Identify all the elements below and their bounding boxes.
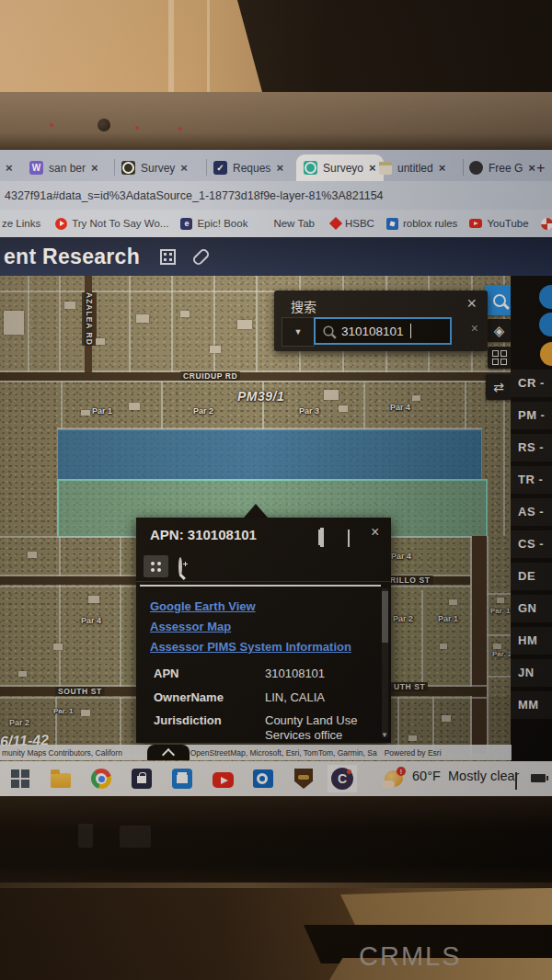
layer-code-hm[interactable]: HM: [511, 627, 552, 655]
popup-divider: [136, 581, 391, 582]
collapse-tab-button[interactable]: [147, 745, 190, 760]
legend-button[interactable]: [488, 347, 512, 369]
door-frame-line: [207, 0, 210, 92]
youtube-button[interactable]: [212, 768, 234, 790]
search-source-dropdown[interactable]: ▼: [282, 317, 315, 347]
ring-icon: [122, 162, 134, 174]
layer-code-de[interactable]: DE: [511, 563, 552, 590]
search-input[interactable]: 310108101: [314, 317, 452, 345]
link-icon[interactable]: [191, 246, 211, 266]
layer-code-gn[interactable]: GN: [511, 595, 552, 622]
map-building: [493, 644, 501, 649]
tab-favicon-check: ✓: [213, 161, 227, 175]
layer-code-label: RS -: [518, 440, 544, 454]
bookmark-roblox[interactable]: roblox rules: [386, 218, 457, 230]
layer-code-tr[interactable]: TR -: [511, 466, 552, 494]
tab-favicon-ring: [121, 161, 135, 175]
layer-code-label: AS -: [518, 505, 544, 518]
layer-code-pm[interactable]: PM -: [511, 402, 552, 429]
popup-scrollbar-thumb[interactable]: [382, 591, 388, 643]
layer-code-rs[interactable]: RS -: [511, 434, 552, 462]
close-icon[interactable]: ×: [91, 161, 98, 175]
store-window-icon: [172, 769, 192, 789]
parcel-label: Par 2: [193, 406, 213, 416]
new-tab-button[interactable]: +: [536, 154, 545, 181]
tab-san-ber[interactable]: W san ber ×: [29, 154, 98, 181]
bookmark-ze-links[interactable]: ze Links: [2, 218, 40, 229]
store-blue-button[interactable]: [171, 768, 193, 790]
tab-separator: [463, 159, 464, 176]
bookmark-epic[interactable]: eEpic! Book: [180, 218, 247, 230]
bookmark-540[interactable]: 540-548 S Sta: [541, 218, 552, 230]
weather-temperature[interactable]: 60°F: [412, 769, 441, 783]
dock-icon[interactable]: [320, 530, 324, 546]
link-assessor-pims[interactable]: Assessor PIMS System Information: [150, 640, 351, 654]
zoom-to-button[interactable]: [178, 559, 182, 575]
outlook-button[interactable]: [252, 768, 274, 790]
map-building: [237, 320, 252, 329]
battery-tray-icon[interactable]: [531, 774, 546, 782]
tab-free-g[interactable]: Free G ×: [469, 154, 535, 181]
c-app-icon: C: [331, 768, 353, 790]
tab-survey[interactable]: Survey ×: [121, 154, 188, 181]
field-label-owner: OwnerName: [154, 690, 224, 704]
collapse-icon[interactable]: [348, 531, 350, 548]
start-button[interactable]: [9, 768, 31, 790]
parcel-line: [363, 382, 365, 429]
clear-search-icon[interactable]: ×: [471, 321, 478, 336]
tab-label: Reques: [233, 162, 270, 175]
layers-button[interactable]: ◈: [487, 319, 512, 342]
crmls-watermark: CRMLS: [359, 941, 462, 972]
bookmark-try-not[interactable]: Try Not To Say Wo...: [55, 218, 168, 230]
bookmark-hsbc[interactable]: HSBC: [331, 218, 374, 229]
tab-untitled[interactable]: untitled ×: [379, 154, 445, 181]
qr-code-icon[interactable]: [160, 249, 176, 265]
address-bar[interactable]: 4327f91a#data_s=id%3AdataSource_1-18773d…: [0, 181, 552, 210]
close-icon[interactable]: ×: [371, 524, 379, 541]
close-icon[interactable]: ×: [6, 161, 13, 175]
close-icon[interactable]: ×: [180, 161, 188, 175]
tray-expand-button[interactable]: [515, 774, 517, 791]
close-icon[interactable]: ×: [528, 161, 535, 175]
tab-close-cutoff[interactable]: ×: [6, 154, 13, 181]
tab-surveyor-active[interactable]: Surveyo ×: [296, 154, 384, 181]
chrome-button[interactable]: [90, 768, 112, 790]
map-building: [136, 314, 149, 323]
tab-favicon-teal: [304, 161, 317, 175]
layer-code-jn[interactable]: JN: [511, 659, 552, 687]
layer-code-mm[interactable]: MM: [511, 691, 552, 719]
parcel-line: [487, 593, 511, 595]
attribution-powered: Powered by Esri: [385, 748, 442, 758]
layer-code-cs[interactable]: CS -: [511, 530, 552, 558]
ups-button[interactable]: [293, 768, 315, 790]
weather-condition[interactable]: Mostly clear: [448, 769, 519, 783]
parcel-label: Par 1: [438, 614, 458, 623]
bookmark-new-tab[interactable]: New Tab: [273, 218, 315, 229]
map-building: [129, 403, 140, 410]
file-explorer-button[interactable]: [50, 768, 72, 790]
c-app-button-active[interactable]: C: [328, 765, 357, 792]
link-google-earth-view[interactable]: Google Earth View: [150, 599, 256, 613]
close-icon[interactable]: ×: [439, 161, 446, 175]
scroll-down-icon[interactable]: ▼: [381, 731, 388, 739]
weather-widget[interactable]: !: [383, 768, 405, 790]
popup-title: APN: 310108101: [150, 527, 257, 542]
parcel-line: [161, 382, 163, 429]
parcel-label: Par 1: [92, 406, 112, 416]
tab-request[interactable]: ✓ Reques ×: [213, 154, 283, 181]
close-icon[interactable]: ×: [369, 161, 376, 175]
store-dark-button[interactable]: [131, 768, 153, 790]
close-icon[interactable]: ×: [276, 161, 283, 175]
popup-actions-button[interactable]: [144, 555, 168, 577]
tab-label: Free G: [489, 162, 523, 175]
ring-icon: [305, 162, 316, 174]
bookmark-label: YouTube: [487, 218, 528, 229]
layer-code-as[interactable]: AS -: [511, 498, 552, 526]
tab-label: untitled: [397, 162, 433, 175]
layer-code-cr[interactable]: CR -: [511, 370, 552, 397]
bookmark-youtube[interactable]: YouTube: [469, 218, 528, 229]
close-icon[interactable]: ×: [466, 294, 477, 313]
measure-button[interactable]: ⇄: [486, 374, 512, 400]
link-assessor-map[interactable]: Assessor Map: [150, 620, 231, 633]
map-search-button[interactable]: [485, 285, 513, 315]
